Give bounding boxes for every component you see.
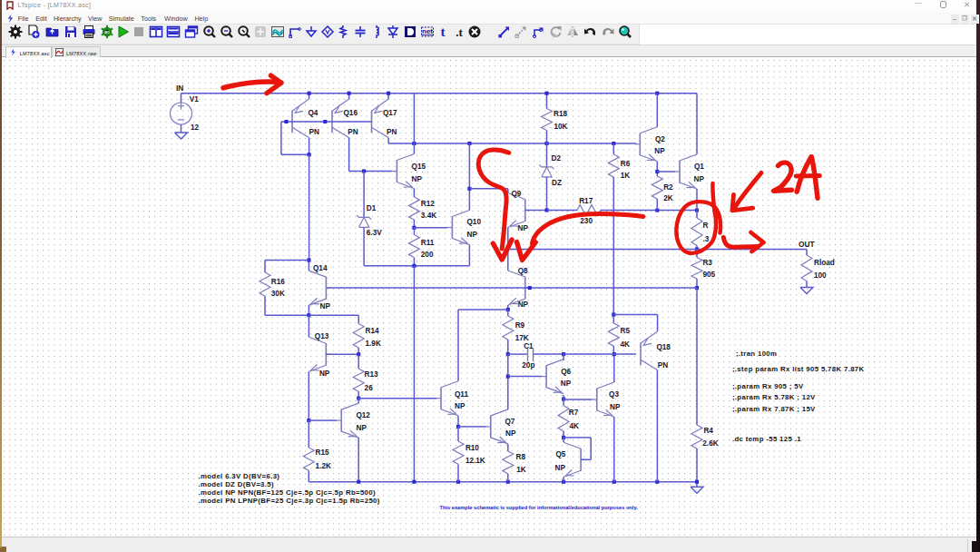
svg-text:R10: R10: [466, 444, 479, 452]
svg-text:3.4K: 3.4K: [421, 212, 436, 220]
svg-text:R15: R15: [316, 448, 329, 457]
svg-text:PN: PN: [348, 128, 358, 136]
svg-text:Rload: Rload: [814, 259, 835, 267]
svg-text:NP: NP: [694, 175, 705, 183]
svg-text:10K: 10K: [554, 123, 568, 131]
svg-text:NP: NP: [455, 402, 466, 410]
svg-text:NP: NP: [467, 231, 478, 239]
svg-text:Q17: Q17: [383, 109, 397, 117]
svg-text:R: R: [702, 222, 708, 230]
svg-text:D2: D2: [552, 154, 562, 163]
svg-text:.model NP NPN(BF=125 Cje=.5p C: .model NP NPN(BF=125 Cje=.5p Cjc=.5p Rb=…: [198, 488, 376, 497]
svg-text:NP: NP: [505, 429, 516, 438]
svg-text:1.9K: 1.9K: [366, 340, 381, 348]
svg-text:Q4: Q4: [309, 109, 318, 117]
svg-text:R11: R11: [421, 239, 435, 247]
svg-text:R16: R16: [271, 278, 285, 286]
svg-text:NP: NP: [320, 302, 331, 310]
svg-text:NP: NP: [654, 147, 665, 155]
svg-text:R14: R14: [366, 327, 379, 335]
svg-text:12.1K: 12.1K: [466, 457, 485, 465]
svg-text:NP: NP: [518, 224, 529, 232]
svg-text:Q7: Q7: [505, 418, 514, 426]
svg-text:;.param Rx 7.87K ; 15V: ;.param Rx 7.87K ; 15V: [732, 405, 816, 413]
svg-text:R17: R17: [579, 197, 593, 205]
svg-text:200: 200: [421, 251, 434, 259]
svg-text:Q8: Q8: [518, 267, 528, 275]
svg-text:PN: PN: [658, 361, 668, 370]
svg-text:905: 905: [702, 271, 715, 279]
svg-text:Q16: Q16: [344, 109, 358, 117]
svg-text:Q9: Q9: [512, 190, 522, 198]
svg-text:NP: NP: [555, 464, 566, 472]
svg-text:R6: R6: [621, 160, 631, 168]
svg-text:ac: ac: [104, 29, 110, 34]
svg-text:R7: R7: [569, 409, 579, 417]
svg-text:DZ: DZ: [552, 179, 562, 187]
svg-text:R3: R3: [702, 259, 712, 267]
svg-text:6.3V: 6.3V: [367, 229, 382, 237]
svg-text:;.param Rx 5.78K ; 12V: ;.param Rx 5.78K ; 12V: [732, 393, 816, 401]
svg-text:R13: R13: [365, 370, 378, 379]
svg-text:1.2K: 1.2K: [316, 462, 331, 470]
svg-text:PN: PN: [387, 128, 397, 136]
svg-text:NP: NP: [319, 370, 330, 378]
svg-text:D1: D1: [367, 204, 377, 212]
svg-text:Q15: Q15: [412, 163, 426, 171]
svg-text:230: 230: [580, 217, 593, 225]
svg-text:30K: 30K: [271, 290, 285, 298]
svg-text:Q3: Q3: [609, 390, 619, 399]
svg-text:26: 26: [365, 384, 374, 392]
svg-text:4K: 4K: [621, 340, 631, 349]
svg-text:NP: NP: [357, 424, 368, 432]
svg-text:NP: NP: [412, 175, 423, 183]
svg-text:NP: NP: [610, 403, 621, 411]
svg-text:OUT: OUT: [799, 240, 816, 249]
svg-text:Q14: Q14: [313, 264, 328, 272]
svg-text:R18: R18: [554, 110, 567, 118]
svg-text:R12: R12: [421, 200, 435, 208]
svg-text:;.step param Rx list 905 5.78K: ;.step param Rx list 905 5.78K 7.87K: [732, 365, 865, 373]
svg-text:.dc temp -55 125 .1: .dc temp -55 125 .1: [732, 435, 801, 443]
svg-text:4K: 4K: [569, 422, 579, 430]
svg-text:17K: 17K: [515, 334, 529, 342]
svg-text:Q10: Q10: [467, 218, 482, 226]
svg-text:This example schematic is supp: This example schematic is supplied for i…: [439, 505, 638, 510]
svg-text:Q1: Q1: [694, 163, 704, 171]
svg-text:.model DZ D(BV=3.5): .model DZ D(BV=3.5): [198, 480, 274, 488]
svg-text:Q6: Q6: [561, 368, 571, 376]
svg-text:.t: .t: [456, 25, 463, 39]
svg-text:1K: 1K: [621, 172, 631, 180]
svg-text:Q13: Q13: [315, 332, 329, 340]
svg-text:R4: R4: [703, 427, 713, 435]
svg-text:Q11: Q11: [455, 390, 468, 399]
svg-text:.3: .3: [702, 235, 709, 243]
svg-text:2K: 2K: [663, 194, 673, 202]
svg-text:.model PN LPNP(BF=25 Cje=.3p C: .model PN LPNP(BF=25 Cje=.3p Cjc=1.5p Rb…: [198, 497, 379, 505]
svg-text:100: 100: [814, 271, 827, 280]
svg-text:.model 6.3V D(BV=6.3): .model 6.3V D(BV=6.3): [198, 472, 279, 480]
svg-text:PN: PN: [309, 128, 319, 136]
svg-text:2.6K: 2.6K: [702, 439, 718, 448]
svg-text:Q18: Q18: [656, 343, 671, 351]
svg-text:R8: R8: [516, 453, 526, 461]
svg-text:t: t: [441, 25, 446, 39]
svg-text:12: 12: [191, 123, 200, 132]
svg-text:R9: R9: [515, 321, 525, 330]
svg-text:Q5: Q5: [555, 450, 565, 458]
svg-text:;.tran 100m: ;.tran 100m: [736, 350, 777, 358]
svg-text:1K: 1K: [516, 466, 526, 474]
svg-text:R2: R2: [663, 183, 673, 192]
svg-text:R5: R5: [621, 327, 631, 335]
svg-text:NP: NP: [518, 301, 529, 309]
svg-text:;.param Rx 905 ; 5V: ;.param Rx 905 ; 5V: [732, 382, 804, 390]
svg-text:NP: NP: [561, 380, 572, 388]
svg-text:20p: 20p: [522, 361, 534, 370]
svg-text:IN: IN: [176, 84, 183, 93]
svg-text:C1: C1: [524, 342, 534, 350]
svg-text:net: net: [422, 27, 433, 35]
svg-text:Q2: Q2: [655, 135, 665, 143]
svg-text:Q12: Q12: [356, 411, 370, 419]
svg-text:V1: V1: [190, 95, 199, 104]
